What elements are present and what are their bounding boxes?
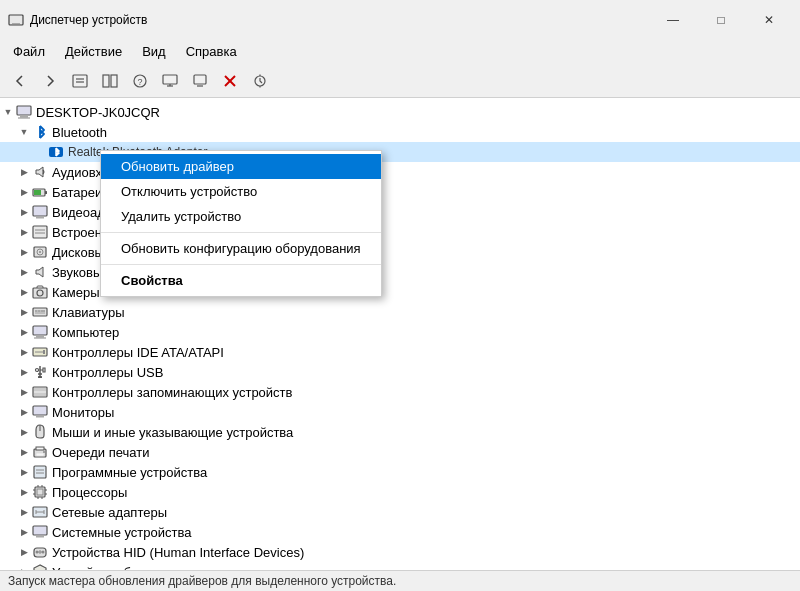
maximize-button[interactable]: □ <box>698 6 744 34</box>
menu-view[interactable]: Вид <box>133 40 175 63</box>
tree-security[interactable]: ▶ Устройства безопасности <box>0 562 800 570</box>
system-label: Системные устройства <box>52 525 191 540</box>
keyboard-expand-icon[interactable]: ▶ <box>16 304 32 320</box>
software-icon <box>32 464 48 480</box>
disk-expand-icon[interactable]: ▶ <box>16 244 32 260</box>
svg-point-48 <box>36 369 39 372</box>
hid-expand-icon[interactable]: ▶ <box>16 544 32 560</box>
list-icon <box>102 74 118 88</box>
bluetooth-expand-icon[interactable]: ▼ <box>16 124 32 140</box>
svg-rect-42 <box>33 326 47 335</box>
svg-rect-24 <box>34 190 41 195</box>
audio-icon <box>32 164 48 180</box>
computer-icon <box>16 104 32 120</box>
video-expand-icon[interactable]: ▶ <box>16 204 32 220</box>
tree-usb[interactable]: ▶ Контроллеры USB <box>0 362 800 382</box>
tree-storage-ctrl[interactable]: ▶ Контроллеры запоминающих устройств <box>0 382 800 402</box>
toolbar-btn-4[interactable] <box>96 68 124 94</box>
svg-rect-54 <box>36 416 44 418</box>
storage-expand-icon[interactable]: ▶ <box>16 384 32 400</box>
svg-text:?: ? <box>137 77 142 87</box>
tree-system[interactable]: ▶ Системные устройства <box>0 522 800 542</box>
svg-point-32 <box>39 251 41 253</box>
network-label: Сетевые адаптеры <box>52 505 167 520</box>
ctx-disable-device[interactable]: Отключить устройство <box>101 179 381 204</box>
cpu-label: Процессоры <box>52 485 127 500</box>
svg-rect-35 <box>33 308 47 316</box>
back-button[interactable] <box>6 68 34 94</box>
toolbar-btn-3[interactable] <box>66 68 94 94</box>
toolbar-btn-7[interactable] <box>186 68 214 94</box>
ctx-separator-2 <box>101 264 381 265</box>
tree-print[interactable]: ▶ Очереди печати <box>0 442 800 462</box>
status-bar: Запуск мастера обновления драйверов для … <box>0 570 800 591</box>
battery-expand-icon[interactable]: ▶ <box>16 184 32 200</box>
tree-monitors[interactable]: ▶ Мониторы <box>0 402 800 422</box>
ctx-scan-hardware[interactable]: Обновить конфигурацию оборудования <box>101 236 381 261</box>
ctx-properties[interactable]: Свойства <box>101 268 381 293</box>
ctx-uninstall-device[interactable]: Удалить устройство <box>101 204 381 229</box>
minimize-button[interactable]: — <box>650 6 696 34</box>
tree-computer[interactable]: ▶ Компьютер <box>0 322 800 342</box>
battery-icon <box>32 184 48 200</box>
tree-ide[interactable]: ▶ Контроллеры IDE ATA/ATAPI <box>0 342 800 362</box>
ide-icon <box>32 344 48 360</box>
sound-expand-icon[interactable]: ▶ <box>16 264 32 280</box>
menu-help[interactable]: Справка <box>177 40 246 63</box>
menu-file[interactable]: Файл <box>4 40 54 63</box>
svg-rect-44 <box>34 338 46 339</box>
help-button[interactable]: ? <box>126 68 154 94</box>
svg-rect-49 <box>38 376 42 378</box>
bluetooth-icon <box>32 124 48 140</box>
toolbar: ? <box>0 65 800 98</box>
cpu-icon <box>32 484 48 500</box>
close-button[interactable]: ✕ <box>746 6 792 34</box>
ide-expand-icon[interactable]: ▶ <box>16 344 32 360</box>
software-expand-icon[interactable]: ▶ <box>16 464 32 480</box>
audio-expand-icon[interactable]: ▶ <box>16 164 32 180</box>
keyboard-label: Клавиатуры <box>52 305 125 320</box>
tree-keyboard[interactable]: ▶ Клавиатуры <box>0 302 800 322</box>
mouse-label: Мыши и иные указывающие устройства <box>52 425 293 440</box>
root-expand-icon[interactable]: ▼ <box>0 104 16 120</box>
print-expand-icon[interactable]: ▶ <box>16 444 32 460</box>
svg-rect-27 <box>33 226 47 238</box>
network-expand-icon[interactable]: ▶ <box>16 504 32 520</box>
tree-software[interactable]: ▶ Программные устройства <box>0 462 800 482</box>
toolbar-btn-6[interactable] <box>156 68 184 94</box>
device-tree[interactable]: ▼ DESKTOP-JK0JCQR ▼ Bluetooth <box>0 98 800 570</box>
ctx-update-driver[interactable]: Обновить драйвер <box>101 154 381 179</box>
camera-expand-icon[interactable]: ▶ <box>16 284 32 300</box>
tree-bluetooth[interactable]: ▼ Bluetooth <box>0 122 800 142</box>
svg-rect-18 <box>17 106 31 115</box>
svg-rect-20 <box>18 118 30 119</box>
network-icon <box>32 504 48 520</box>
svg-rect-43 <box>36 336 44 338</box>
bt-device-icon <box>48 144 64 160</box>
security-expand-icon[interactable]: ▶ <box>16 564 32 570</box>
battery-label: Батареи <box>52 185 102 200</box>
usb-expand-icon[interactable]: ▶ <box>16 364 32 380</box>
cpu-expand-icon[interactable]: ▶ <box>16 484 32 500</box>
menu-action[interactable]: Действие <box>56 40 131 63</box>
builtin-expand-icon[interactable]: ▶ <box>16 224 32 240</box>
delete-button[interactable] <box>216 68 244 94</box>
computer-expand-icon[interactable]: ▶ <box>16 324 32 340</box>
tree-cpu[interactable]: ▶ Процессоры <box>0 482 800 502</box>
system-expand-icon[interactable]: ▶ <box>16 524 32 540</box>
mouse-expand-icon[interactable]: ▶ <box>16 424 32 440</box>
menu-bar: Файл Действие Вид Справка <box>0 38 800 65</box>
title-bar-controls: — □ ✕ <box>650 6 792 34</box>
svg-rect-10 <box>163 75 177 84</box>
forward-icon <box>43 74 57 88</box>
monitors-expand-icon[interactable]: ▶ <box>16 404 32 420</box>
svg-rect-3 <box>73 75 87 87</box>
tree-hid[interactable]: ▶ Устройства HID (Human Interface Device… <box>0 542 800 562</box>
title-bar: Диспетчер устройств — □ ✕ <box>0 0 800 38</box>
tree-root[interactable]: ▼ DESKTOP-JK0JCQR <box>0 102 800 122</box>
tree-mouse[interactable]: ▶ Мыши и иные указывающие устройства <box>0 422 800 442</box>
app-icon <box>8 12 24 28</box>
tree-network[interactable]: ▶ Сетевые адаптеры <box>0 502 800 522</box>
forward-button[interactable] <box>36 68 64 94</box>
scan-button[interactable] <box>246 68 274 94</box>
